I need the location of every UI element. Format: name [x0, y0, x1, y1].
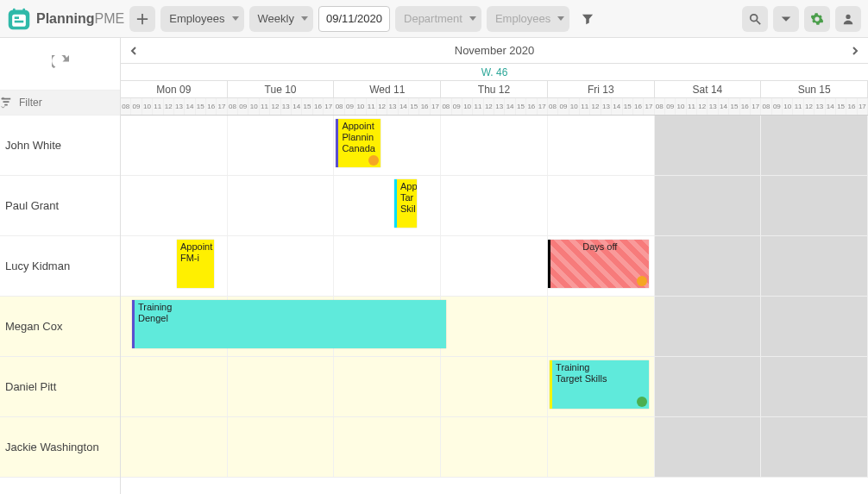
- hour-header: 08: [655, 98, 665, 115]
- department-label: Department: [404, 12, 462, 25]
- resource-type-select[interactable]: Employees: [160, 6, 243, 32]
- search-button[interactable]: [742, 6, 768, 32]
- event-text: Training: [556, 362, 645, 373]
- status-badge: [637, 276, 647, 286]
- event-text: Target Skills: [556, 373, 645, 385]
- event-text: App: [400, 181, 413, 192]
- hour-header: 13: [601, 98, 612, 115]
- hour-header: 11: [153, 98, 163, 115]
- day-header[interactable]: Wed 11: [334, 81, 441, 97]
- hour-header: 16: [419, 98, 430, 115]
- schedule-grid: November 2020 W. 46 Mon 09Tue 10Wed 11Th…: [121, 38, 868, 494]
- refresh-icon: [52, 55, 69, 72]
- hour-header: 12: [804, 98, 815, 115]
- user-button[interactable]: [835, 6, 861, 32]
- employees-filter[interactable]: Employees: [487, 6, 569, 32]
- date-input[interactable]: 09/11/2020: [318, 6, 390, 32]
- hour-header: 08: [548, 98, 558, 115]
- hour-header: 12: [697, 98, 708, 115]
- hour-header: 14: [612, 98, 622, 115]
- resource-row[interactable]: Jackie Washington: [0, 417, 120, 478]
- department-filter[interactable]: Department: [395, 6, 481, 32]
- hour-header: 16: [633, 98, 644, 115]
- hour-header: 13: [494, 98, 505, 115]
- hour-header: 09: [238, 98, 248, 115]
- hour-header: 16: [313, 98, 324, 115]
- resource-row[interactable]: John White: [0, 116, 120, 176]
- event[interactable]: AppointFM-i: [177, 240, 214, 288]
- hour-header: 09: [131, 98, 142, 115]
- event-text: Training: [138, 302, 443, 313]
- day-header[interactable]: Mon 09: [121, 81, 228, 97]
- resource-row[interactable]: Lucy Kidman: [0, 236, 120, 297]
- hour-header: 15: [196, 98, 206, 115]
- hour-header: 12: [590, 98, 601, 115]
- day-header[interactable]: Thu 12: [441, 81, 548, 97]
- hour-header: 14: [292, 98, 302, 115]
- resource-row[interactable]: Daniel Pitt: [0, 357, 120, 417]
- prev-period-button[interactable]: [121, 38, 147, 64]
- schedule-row[interactable]: TrainingDengel: [121, 297, 868, 357]
- filter-button[interactable]: [575, 6, 601, 32]
- period-label: November 2020: [455, 44, 535, 57]
- hour-header: 13: [387, 98, 398, 115]
- more-button[interactable]: [773, 6, 799, 32]
- hour-header: 08: [228, 98, 238, 115]
- hour-header: 14: [185, 98, 195, 115]
- schedule-row[interactable]: AppointFM-iDays off: [121, 236, 868, 297]
- hour-header: 08: [761, 98, 771, 115]
- hour-header: 12: [270, 98, 280, 115]
- view-mode-select[interactable]: Weekly: [249, 6, 313, 32]
- refresh-button[interactable]: [0, 38, 120, 90]
- add-button[interactable]: [129, 6, 155, 32]
- hour-header: 11: [367, 98, 377, 115]
- hour-header: 13: [174, 98, 185, 115]
- day-header[interactable]: Sun 15: [761, 81, 868, 97]
- schedule-row[interactable]: AppointPlanninCanada: [121, 116, 868, 176]
- app-logo: PlanningPME: [7, 7, 124, 31]
- hour-header: 15: [729, 98, 739, 115]
- event[interactable]: TrainingTarget Skills: [550, 360, 649, 409]
- day-header[interactable]: Sat 14: [655, 81, 762, 97]
- view-mode-label: Weekly: [258, 12, 294, 25]
- hour-header: 10: [676, 98, 686, 115]
- schedule-row[interactable]: AppTarSkil: [121, 176, 868, 236]
- hour-header: 17: [751, 98, 761, 115]
- hour-header: 09: [558, 98, 569, 115]
- hour-header: 15: [409, 98, 419, 115]
- event-text: FM-i: [180, 253, 211, 264]
- sort-icon[interactable]: [0, 97, 12, 109]
- svg-rect-4: [13, 8, 16, 12]
- resource-row[interactable]: Paul Grant: [0, 176, 120, 236]
- svg-point-7: [846, 14, 850, 18]
- hour-header: 16: [526, 98, 537, 115]
- hour-header: 12: [484, 98, 494, 115]
- day-header[interactable]: Tue 10: [228, 81, 335, 97]
- next-period-button[interactable]: [842, 38, 868, 64]
- resource-type-label: Employees: [169, 12, 224, 25]
- event[interactable]: AppTarSkil: [394, 179, 417, 228]
- hour-header: 15: [516, 98, 526, 115]
- chevron-down-icon: [557, 16, 564, 21]
- hour-header: 16: [846, 98, 857, 115]
- hour-header: 13: [281, 98, 292, 115]
- hour-header: 11: [473, 98, 483, 115]
- schedule-row[interactable]: TrainingTarget Skills: [121, 357, 868, 417]
- event[interactable]: TrainingDengel: [132, 300, 446, 348]
- schedule-row[interactable]: [121, 417, 868, 478]
- hour-header: 09: [665, 98, 676, 115]
- hour-header: 15: [836, 98, 846, 115]
- resource-row[interactable]: Megan Cox: [0, 297, 120, 357]
- hour-header: 10: [462, 98, 473, 115]
- date-value: 09/11/2020: [326, 12, 382, 25]
- hour-header: 09: [452, 98, 462, 115]
- hour-header: 13: [708, 98, 718, 115]
- hour-header: 17: [858, 98, 868, 115]
- event[interactable]: Days off: [548, 240, 649, 288]
- event[interactable]: AppointPlanninCanada: [336, 119, 381, 167]
- employees-label: Employees: [495, 12, 550, 25]
- hour-header: 15: [302, 98, 312, 115]
- settings-button[interactable]: [804, 6, 830, 32]
- day-header[interactable]: Fri 13: [548, 81, 655, 97]
- filter-row: [0, 90, 120, 116]
